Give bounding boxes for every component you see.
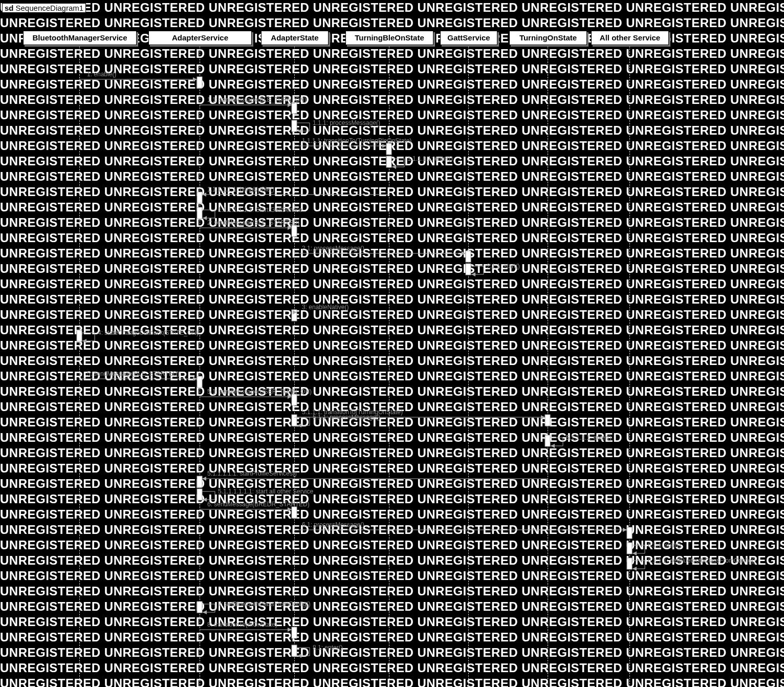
svg-rect-100 xyxy=(627,543,632,554)
svg-rect-4 xyxy=(292,102,297,114)
svg-text:5.1: sendMessage(USER_TURN_ON): 5.1: sendMessage(USER_TURN_ON) xyxy=(207,388,312,395)
participant-ast: AdapterState xyxy=(261,31,329,45)
svg-marker-2 xyxy=(193,77,197,81)
svg-text:3: enableNative(): 3: enableNative() xyxy=(302,304,349,311)
svg-text:1.1.1.1.1.1.1: Start GattServi: 1.1.1.1.1.1.1: Start GattService xyxy=(218,206,302,213)
svg-marker-94 xyxy=(288,507,292,511)
svg-text:5.1.1.1.1.1.1: start all other: 5.1.1.1.1.1.1: start all other Service xyxy=(218,488,313,495)
svg-marker-46 xyxy=(471,272,475,276)
svg-marker-116 xyxy=(203,610,207,614)
svg-text:5.1.1.1.1.1: startProfileServi: 5.1.1.1.1.1: startProfileServices() xyxy=(207,470,297,477)
svg-rect-72 xyxy=(545,415,550,426)
sequence-canvas: 1: enable()1.1: sendMessage(BLE_TURN_ON)… xyxy=(0,0,784,687)
svg-text:2: sendMessage(BLE_STARTED): 2: sendMessage(BLE_STARTED) xyxy=(207,219,299,226)
svg-marker-90 xyxy=(203,498,207,502)
svg-rect-122 xyxy=(292,645,297,656)
svg-marker-120 xyxy=(288,628,292,632)
svg-text:6.1.1.1: setBluetoothClassFrom: 6.1.1.1: setBluetoothClassFromConfig() xyxy=(648,557,756,564)
svg-text:5: sendMessage(BLE_STARTED): 5: sendMessage(BLE_STARTED) xyxy=(87,370,179,377)
participant-gs: GattService xyxy=(440,31,497,45)
svg-rect-8 xyxy=(292,120,297,132)
participant-aos: All other Service xyxy=(591,31,669,45)
svg-marker-6 xyxy=(288,103,292,107)
svg-marker-22 xyxy=(392,165,396,169)
svg-marker-64 xyxy=(288,395,292,399)
svg-marker-74 xyxy=(541,415,545,419)
svg-marker-84 xyxy=(202,477,206,481)
svg-text:1.1.1.1.1: enter(): 1.1.1.1.1: enter() xyxy=(407,155,453,162)
svg-rect-34 xyxy=(292,225,297,237)
svg-rect-106 xyxy=(627,558,632,569)
svg-marker-126 xyxy=(297,654,301,658)
svg-rect-96 xyxy=(627,527,632,539)
svg-marker-16 xyxy=(382,144,386,148)
svg-text:6.1.1: start(): 6.1.1: start() xyxy=(648,542,681,549)
svg-rect-14 xyxy=(386,143,391,155)
svg-rect-38 xyxy=(466,251,471,262)
svg-marker-60 xyxy=(193,377,197,381)
svg-text:8: transitionTo(mOnState): 8: transitionTo(mOnState) xyxy=(207,621,277,628)
svg-rect-28 xyxy=(197,207,202,219)
svg-text:1.1.1.1.1.1: bringUpBle(): 1.1.1.1.1.1: bringUpBle() xyxy=(207,186,274,193)
svg-text:5.1.1.1: transitionTo(TurningO: 5.1.1.1: transitionTo(TurningOnState) xyxy=(302,409,403,416)
svg-marker-12 xyxy=(297,129,301,133)
svg-rect-0 xyxy=(197,77,202,88)
svg-rect-24 xyxy=(197,192,202,203)
svg-rect-82 xyxy=(197,476,202,487)
svg-rect-18 xyxy=(386,156,391,167)
svg-marker-104 xyxy=(633,551,637,555)
svg-marker-98 xyxy=(623,528,627,532)
svg-text:1.1.1.1: transitionTo(TurningB: 1.1.1.1: transitionTo(TurningBleOnState) xyxy=(302,137,411,144)
svg-rect-118 xyxy=(292,627,297,638)
svg-text:7: setBluetoothClassFromConfig: 7: setBluetoothClassFromConfig() xyxy=(218,600,311,608)
svg-marker-40 xyxy=(462,251,466,255)
svg-text:6: sendMessage(BREDR_STARTED): 6: sendMessage(BREDR_STARTED) xyxy=(207,501,310,508)
svg-text:2.1.1: start(): 2.1.1: start() xyxy=(487,263,520,270)
svg-rect-76 xyxy=(545,435,550,446)
participant-as: AdapterService xyxy=(148,31,252,45)
svg-rect-112 xyxy=(197,602,202,613)
participant-tbos: TurningBleOnState xyxy=(345,31,433,45)
svg-marker-110 xyxy=(633,567,637,571)
svg-marker-56 xyxy=(82,339,86,343)
svg-rect-52 xyxy=(77,330,82,341)
svg-marker-36 xyxy=(288,226,292,230)
svg-rect-62 xyxy=(292,394,297,405)
participant-bms: BluetoothManagerService xyxy=(23,31,137,45)
svg-marker-70 xyxy=(297,423,301,427)
svg-rect-86 xyxy=(197,489,202,500)
svg-text:2.1: processMessage(): 2.1: processMessage() xyxy=(302,245,364,252)
svg-text:1.1.1: processMessage(): 1.1.1: processMessage() xyxy=(313,119,380,126)
svg-rect-66 xyxy=(292,415,297,426)
svg-text:4: stateChangeCallback(STATE_O: 4: stateChangeCallback(STATE_ON) xyxy=(98,329,199,336)
svg-text:6.1: processMessage(): 6.1: processMessage() xyxy=(302,521,364,528)
svg-text:8.1: enter(): 8.1: enter() xyxy=(313,644,343,651)
svg-rect-92 xyxy=(292,507,297,518)
svg-rect-58 xyxy=(197,376,202,388)
svg-rect-42 xyxy=(466,264,471,275)
svg-marker-80 xyxy=(551,444,555,448)
svg-text:1: enable(): 1: enable() xyxy=(87,71,116,78)
svg-text:5.1.1.1.1: enter(): 5.1.1.1.1: enter() xyxy=(566,434,612,441)
svg-marker-26 xyxy=(202,192,206,197)
svg-text:1.1: sendMessage(BLE_TURN_ON): 1.1: sendMessage(BLE_TURN_ON) xyxy=(207,96,306,103)
frame-tab: sdSequenceDiagram1 xyxy=(2,3,86,13)
participant-tos: TurningOnState xyxy=(509,31,587,45)
svg-marker-32 xyxy=(203,216,207,220)
